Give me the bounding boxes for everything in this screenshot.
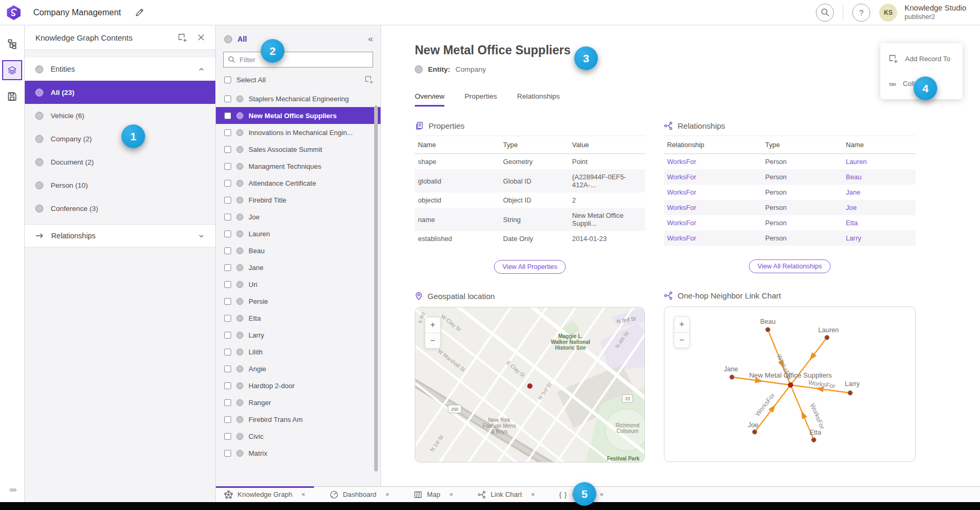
item-checkbox[interactable]: [224, 197, 231, 204]
tab-dashboard[interactable]: Dashboard ×: [321, 487, 398, 502]
item-checkbox[interactable]: [224, 264, 231, 271]
entity-type-item[interactable]: Company (2): [25, 127, 215, 150]
cell-relationship-link[interactable]: WorksFor: [664, 230, 762, 246]
tab-overview[interactable]: Overview: [415, 92, 444, 107]
close-tab-icon[interactable]: ×: [531, 490, 535, 498]
item-checkbox[interactable]: [224, 433, 231, 440]
view-all-properties-button[interactable]: View All Properties: [494, 260, 566, 274]
item-checkbox[interactable]: [224, 95, 231, 102]
relationships-section-header[interactable]: Relationships: [25, 224, 215, 247]
list-item[interactable]: Jane: [216, 259, 380, 276]
list-item[interactable]: Attendance Certificate: [216, 175, 380, 191]
list-item[interactable]: Joe: [216, 208, 380, 225]
item-checkbox[interactable]: [224, 146, 231, 153]
chevron-up-icon[interactable]: [198, 66, 205, 73]
cell-name-link[interactable]: Joe: [843, 200, 916, 215]
item-checkbox[interactable]: [224, 382, 231, 389]
close-tab-icon[interactable]: ×: [301, 490, 306, 498]
item-checkbox[interactable]: [224, 416, 231, 423]
list-item[interactable]: Innovations in Mechanical Engin...: [216, 124, 380, 141]
entity-type-item[interactable]: All (23): [25, 81, 215, 104]
item-checkbox[interactable]: [224, 281, 231, 288]
zoom-in-button[interactable]: +: [425, 317, 440, 333]
rail-expand-icon[interactable]: »»: [0, 485, 25, 494]
item-checkbox[interactable]: [224, 247, 231, 254]
list-item[interactable]: Firebird Title: [216, 191, 380, 208]
cell-name-link[interactable]: Lauren: [843, 154, 916, 170]
tab-properties[interactable]: Properties: [464, 92, 497, 107]
list-item[interactable]: Ranger: [216, 394, 380, 411]
list-item[interactable]: Hardtop 2-door: [216, 377, 380, 394]
cell-relationship-link[interactable]: WorksFor: [664, 169, 762, 185]
item-checkbox[interactable]: [224, 450, 231, 457]
chevron-down-icon[interactable]: [198, 233, 205, 239]
item-checkbox[interactable]: [224, 365, 231, 372]
list-item[interactable]: Angie: [216, 360, 380, 377]
list-item[interactable]: Staplers Mechanical Engineering: [216, 90, 380, 107]
user-info[interactable]: Knowledge Studio publisher2: [905, 4, 966, 21]
list-item[interactable]: Beau: [216, 242, 380, 259]
entity-type-item[interactable]: Document (2): [25, 150, 215, 174]
list-item[interactable]: New Metal Office Suppliers: [216, 107, 380, 124]
item-checkbox[interactable]: [224, 230, 231, 237]
close-tab-icon[interactable]: ×: [385, 490, 389, 498]
list-item[interactable]: Managment Techniques: [216, 158, 380, 175]
edit-title-icon[interactable]: [135, 8, 144, 17]
zoom-out-button[interactable]: −: [674, 333, 689, 348]
list-item[interactable]: Civic: [216, 428, 380, 445]
cell-relationship-link[interactable]: WorksFor: [664, 200, 762, 215]
add-record-icon[interactable]: [365, 75, 373, 84]
view-all-relationships-button[interactable]: View All Relationships: [749, 259, 830, 273]
select-all-checkbox[interactable]: [224, 76, 231, 83]
tab-relationships[interactable]: Relationships: [517, 92, 560, 107]
entity-type-item[interactable]: Vehicle (6): [25, 104, 215, 127]
add-record-icon[interactable]: [178, 33, 187, 42]
geospatial-map[interactable]: 250 33 k Rd W Clay St E Clay St W Marsha…: [415, 307, 645, 463]
item-checkbox[interactable]: [224, 298, 231, 305]
list-item[interactable]: Persie: [216, 293, 380, 310]
entity-type-item[interactable]: Person (10): [25, 174, 215, 197]
list-panel-title-group[interactable]: All: [224, 35, 247, 43]
cell-name-link[interactable]: Etta: [843, 215, 916, 230]
item-checkbox[interactable]: [224, 332, 231, 339]
cell-name-link[interactable]: Beau: [843, 169, 916, 185]
one-hop-link-chart[interactable]: WorksFor WorksFor WorksFor WorksFor: [664, 306, 916, 462]
close-tab-icon[interactable]: ×: [449, 490, 453, 498]
item-checkbox[interactable]: [224, 129, 231, 136]
item-checkbox[interactable]: [224, 315, 231, 322]
list-item[interactable]: Matrix: [216, 445, 380, 461]
list-item[interactable]: Uri: [216, 276, 380, 293]
tab-link-chart[interactable]: Link Chart ×: [469, 487, 544, 502]
rail-data-model-icon[interactable]: [2, 34, 22, 54]
help-button[interactable]: ?: [852, 4, 870, 22]
cell-relationship-link[interactable]: WorksFor: [664, 185, 762, 200]
collapse-panel-icon[interactable]: «: [368, 34, 373, 44]
cell-name-link[interactable]: Jane: [843, 185, 916, 200]
entities-section-header[interactable]: Entities: [25, 57, 215, 81]
close-panel-icon[interactable]: [197, 34, 205, 41]
cell-name-link[interactable]: Larry: [843, 230, 916, 246]
search-button[interactable]: [816, 4, 834, 22]
item-checkbox[interactable]: [224, 180, 231, 187]
cell-relationship-link[interactable]: WorksFor: [664, 215, 762, 230]
entity-type-item[interactable]: Conference (3): [25, 197, 215, 220]
select-all-row[interactable]: Select All: [224, 75, 373, 84]
item-checkbox[interactable]: [224, 349, 231, 355]
list-item[interactable]: Etta: [216, 310, 380, 326]
list-item[interactable]: Sales Associate Summit: [216, 141, 380, 158]
tab-map[interactable]: Map ×: [405, 487, 462, 502]
item-checkbox[interactable]: [224, 214, 231, 220]
item-checkbox[interactable]: [224, 399, 231, 406]
item-checkbox[interactable]: [224, 112, 231, 119]
zoom-in-button[interactable]: +: [674, 317, 689, 333]
filter-input[interactable]: [240, 56, 368, 64]
menu-item-add-record-to[interactable]: Add Record To: [880, 46, 963, 71]
scrollbar[interactable]: [374, 105, 378, 471]
cell-relationship-link[interactable]: WorksFor: [664, 154, 762, 170]
item-checkbox[interactable]: [224, 163, 231, 170]
close-tab-icon[interactable]: ×: [600, 490, 604, 498]
rail-layers-icon[interactable]: [2, 60, 22, 80]
zoom-out-button[interactable]: −: [425, 333, 440, 349]
list-item[interactable]: Lilith: [216, 343, 380, 360]
list-item[interactable]: Lauren: [216, 225, 380, 242]
